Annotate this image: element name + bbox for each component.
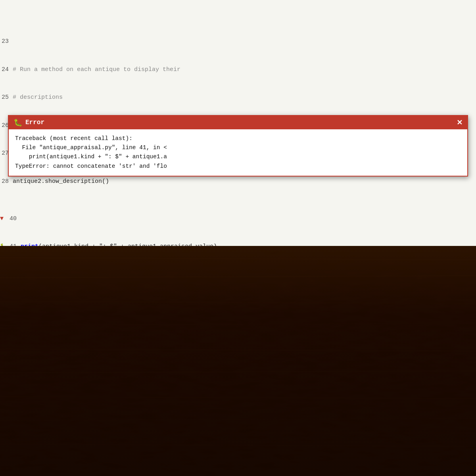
error-body-text: Traceback (most recent call last): File … — [9, 129, 467, 176]
line-24: 24 # Run a method on each antique to dis… — [0, 65, 476, 75]
error-dialog: 🐛 Error ✕ Traceback (most recent call la… — [8, 115, 468, 177]
bug-icon: 🐛 — [13, 118, 22, 127]
error-close-button[interactable]: ✕ — [457, 119, 463, 126]
bug-indicator-41: 🐛 — [0, 242, 8, 246]
wood-grain-texture — [0, 246, 476, 476]
error-title-bar: 🐛 Error ✕ — [9, 116, 467, 129]
line-40: ▼ 40 — [0, 214, 476, 224]
keyword-print-41: print — [21, 243, 38, 246]
wooden-frame — [0, 246, 476, 476]
line-25: 25 # descriptions — [0, 93, 476, 102]
svg-rect-0 — [0, 246, 476, 476]
debug-arrow-icon: ▼ — [0, 214, 8, 223]
line-23: 23 — [0, 37, 476, 46]
code-area-bottom: ▼ 40 🐛 41 print(antique1.kind + ": $" + … — [0, 186, 476, 246]
line-41: 🐛 41 print(antique1.kind + ": $" + antiq… — [0, 242, 476, 246]
code-editor-screen: 23 24 # Run a method on each antique to … — [0, 0, 476, 246]
error-title-text: Error — [25, 119, 44, 126]
line-28: 28 antique2.show_description() — [0, 177, 476, 186]
